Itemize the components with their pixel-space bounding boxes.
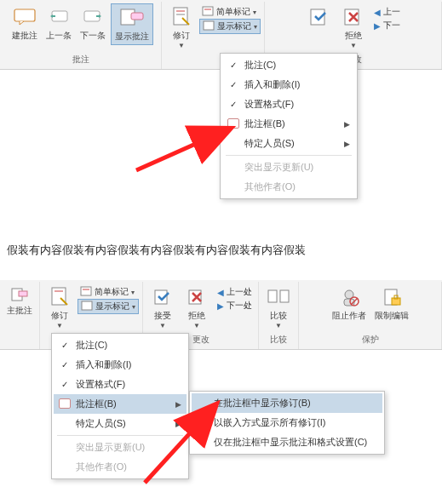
revisions-icon <box>169 5 194 29</box>
menu-others-label: 其他作者(O) <box>76 461 127 473</box>
simple-markup-dropdown[interactable]: 简单标记 ▾ <box>199 5 261 19</box>
svg-rect-8 <box>203 7 213 15</box>
show-comments-label: 显示批注 <box>115 31 149 43</box>
menu-insertions[interactable]: ✓ 插入和删除(I) <box>54 355 187 375</box>
new-comment-button[interactable]: 建批注 <box>9 3 41 43</box>
menu-people-label: 特定人员(S) <box>76 417 126 430</box>
menu-comments[interactable]: ✓ 批注(C) <box>222 55 355 75</box>
next-arrow-icon: ▶ <box>374 21 381 31</box>
next-change-label: 下一 <box>383 20 400 32</box>
show-markup-label: 显示标记 <box>95 301 129 312</box>
next-comment-button[interactable]: 下一条 <box>77 3 109 43</box>
show-comments-button[interactable]: 主批注 <box>3 284 36 318</box>
document-text-2: 装有内容假装有内容假装有内容假装 <box>0 495 442 504</box>
menu-highlight-label: 突出显示更新(U) <box>244 161 313 174</box>
accept-button[interactable]: 接受 ▼ <box>146 284 179 331</box>
chevron-down-icon: ▼ <box>350 42 357 49</box>
compare-button[interactable]: 比较 ▼ <box>262 284 295 331</box>
accept-icon <box>307 5 332 29</box>
chevron-down-icon: ▾ <box>131 289 135 296</box>
reject-label: 拒绝 <box>188 310 205 322</box>
simple-markup-label: 简单标记 <box>95 286 129 298</box>
svg-rect-15 <box>19 291 27 296</box>
show-comments-label: 主批注 <box>7 305 32 317</box>
chevron-down-icon: ▼ <box>193 322 200 329</box>
menu-people-label: 特定人员(S) <box>244 137 295 150</box>
show-markup-dropdown[interactable]: 显示标记 ▾ <box>199 19 261 34</box>
accept-button[interactable]: 接受 <box>303 3 336 43</box>
next-comment-label: 下一条 <box>80 30 106 42</box>
check-icon: ✓ <box>59 360 71 369</box>
protect-group: 阻止作者 限制编辑 保护 <box>299 282 442 349</box>
comment-icon <box>12 5 37 29</box>
show-comments-button[interactable]: 显示批注 <box>111 3 153 45</box>
chevron-down-icon: ▼ <box>275 322 282 329</box>
chevron-down-icon: ▼ <box>56 322 63 329</box>
check-icon: ✓ <box>227 60 239 70</box>
show-comments-icon <box>9 285 30 304</box>
next-comment-icon <box>80 5 106 29</box>
reject-icon <box>184 285 210 309</box>
markup-icon <box>80 286 92 298</box>
screenshot-2: 主批注 修订 ▼ 简单标记 ▾ <box>0 280 442 504</box>
block-icon <box>336 285 362 309</box>
revisions-label: 修订 <box>173 30 190 42</box>
chevron-right-icon: ▶ <box>344 140 350 148</box>
menu-formatting-label: 设置格式(F) <box>244 98 294 111</box>
svg-rect-24 <box>280 290 289 302</box>
compare-label: 比较 <box>270 310 287 322</box>
restrict-editing-button[interactable]: 限制编辑 <box>371 284 412 324</box>
prev-arrow-icon: ◀ <box>374 8 381 17</box>
prev-arrow-icon: ◀ <box>217 288 224 297</box>
svg-line-13 <box>136 129 228 170</box>
revisions-button[interactable]: 修订 ▼ <box>165 3 198 51</box>
balloon-icon <box>59 398 71 410</box>
simple-markup-dropdown[interactable]: 简单标记 ▾ <box>77 285 139 299</box>
svg-rect-12 <box>345 9 359 25</box>
simple-markup-label: 简单标记 <box>216 6 250 18</box>
reject-button[interactable]: 拒绝 ▼ <box>337 3 370 51</box>
next-change-label: 下一处 <box>227 300 252 312</box>
revisions-label: 修订 <box>51 310 68 322</box>
prev-change-label: 上一处 <box>227 286 252 298</box>
prev-comment-button[interactable]: 上一条 <box>43 3 75 43</box>
chevron-right-icon: ▶ <box>344 120 350 129</box>
accept-label: 接受 <box>154 310 171 322</box>
reject-button[interactable]: 拒绝 ▼ <box>181 284 213 331</box>
show-markup-icon <box>81 301 93 312</box>
show-markup-label: 显示标记 <box>217 20 251 32</box>
chevron-down-icon: ▼ <box>159 322 166 329</box>
document-text-1: 假装有内容假装有内容假装有内容假装有内容假装有内容假装 <box>0 223 442 270</box>
accept-icon <box>150 285 175 309</box>
menu-comments[interactable]: ✓ 批注(C) <box>54 335 187 355</box>
chevron-down-icon: ▼ <box>178 42 185 49</box>
next-arrow-icon: ▶ <box>217 301 224 311</box>
revisions-button[interactable]: 修订 ▼ <box>43 284 76 331</box>
svg-rect-0 <box>14 9 35 21</box>
block-authors-button[interactable]: 阻止作者 <box>329 284 370 324</box>
compare-group: 比较 ▼ 比较 <box>259 282 299 349</box>
next-change-button[interactable]: ▶ 下一处 <box>215 299 255 312</box>
svg-rect-22 <box>189 290 201 304</box>
prev-change-button[interactable]: ◀ 上一 <box>371 5 403 19</box>
reject-icon <box>341 5 366 29</box>
markup-icon <box>202 6 214 18</box>
menu-comments-label: 批注(C) <box>76 339 107 352</box>
restrict-icon <box>379 285 405 309</box>
prev-change-button[interactable]: ◀ 上一处 <box>215 285 255 299</box>
protect-group-label: 保护 <box>302 332 438 347</box>
menu-comments-label: 批注(C) <box>244 59 276 72</box>
svg-rect-18 <box>81 287 91 295</box>
svg-line-32 <box>145 406 215 483</box>
compare-group-label: 比较 <box>262 332 295 347</box>
screenshot-1: 建批注 上一条 下一条 <box>0 0 442 270</box>
prev-comment-icon <box>46 5 72 29</box>
chevron-down-icon: ▾ <box>132 303 135 311</box>
chevron-down-icon: ▾ <box>253 9 256 16</box>
show-markup-dropdown[interactable]: 显示标记 ▾ <box>77 299 139 314</box>
check-icon: ✓ <box>59 380 71 389</box>
menu-balloons-label: 批注框(B) <box>76 398 117 410</box>
new-comment-label: 建批注 <box>12 30 37 42</box>
next-change-button[interactable]: ▶ 下一 <box>371 19 403 32</box>
prev-change-label: 上一 <box>383 6 400 18</box>
